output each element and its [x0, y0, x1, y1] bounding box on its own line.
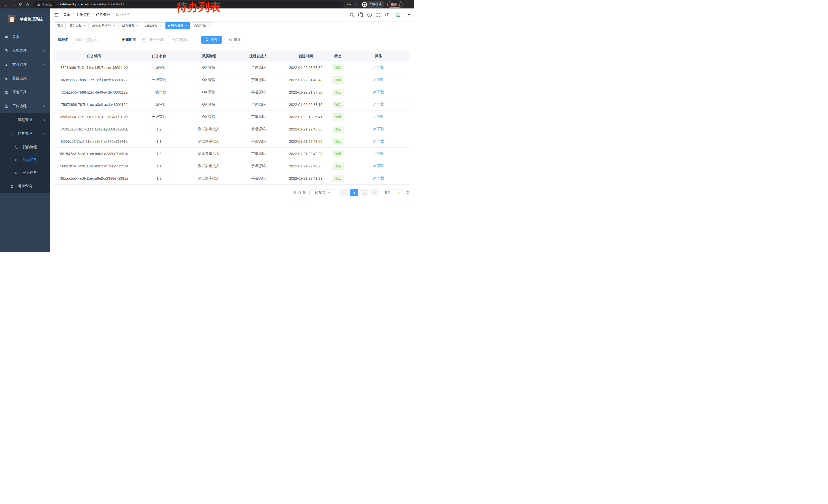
tab-label: 流程表单-编辑: [92, 23, 112, 28]
approve-button[interactable]: 审批: [373, 90, 384, 94]
process-name-input[interactable]: [72, 36, 118, 44]
tab-done-tasks[interactable]: 已办任务 ×: [120, 22, 141, 29]
browser-back-button[interactable]: ←: [3, 1, 10, 8]
security-warning-label[interactable]: 不安全: [42, 2, 52, 7]
github-icon[interactable]: [358, 12, 363, 17]
browser-home-button[interactable]: ⌂: [24, 1, 31, 8]
browser-update-button[interactable]: 更新: [387, 1, 403, 8]
close-icon[interactable]: ×: [136, 24, 139, 28]
pencil-icon: [373, 164, 376, 168]
tab-start-process[interactable]: 发起流程 ×: [67, 22, 88, 29]
next-page-button[interactable]: ›: [371, 189, 379, 196]
back-icon: ←: [4, 2, 8, 7]
tab-process-form-edit[interactable]: 流程表单-编辑 ×: [90, 22, 119, 29]
page-button-2[interactable]: 2: [361, 189, 368, 196]
tab-label: 发起流程: [69, 23, 82, 28]
chevron-down-icon: [328, 192, 330, 193]
sidebar-item-dev-tools[interactable]: 研发工具: [0, 85, 50, 99]
reset-button[interactable]: 重置: [225, 36, 245, 44]
approve-button[interactable]: 审批: [373, 65, 384, 70]
tab-process-detail[interactable]: 流程详情 ×: [192, 22, 213, 29]
active-tab-dot: [168, 25, 170, 27]
sidebar-item-workflow[interactable]: 工作流程: [0, 99, 50, 113]
close-icon[interactable]: ×: [113, 24, 116, 28]
pencil-icon: [373, 152, 376, 155]
sidebar-item-todo-tasks[interactable]: 待办任务: [0, 153, 50, 166]
cell-starter: 芋道源码: [234, 139, 283, 144]
font-size-icon[interactable]: TT: [385, 12, 389, 17]
cell-task-name: 1.2: [134, 127, 184, 131]
close-icon[interactable]: ×: [208, 24, 211, 28]
goto-page-suffix: 页: [406, 190, 410, 195]
not-secure-warning-icon[interactable]: [37, 3, 41, 6]
start-date-input[interactable]: [147, 38, 166, 42]
close-icon[interactable]: ×: [159, 24, 162, 28]
eye-icon: [15, 158, 19, 162]
status-badge: 激活: [332, 101, 344, 108]
sidebar-item-done-tasks[interactable]: 已办任务: [0, 166, 50, 179]
browser-reload-button[interactable]: ↻: [17, 1, 24, 8]
sidebar-item-home[interactable]: 首页: [0, 30, 50, 44]
approve-button[interactable]: 审批: [373, 127, 384, 131]
col-create-time: 创建时间: [283, 54, 328, 58]
cell-task-id: 73211d9d-7b9b-11ec-b5b7-acde48001122: [54, 65, 134, 70]
help-icon[interactable]: ?: [367, 12, 372, 17]
browser-menu-icon[interactable]: [399, 3, 400, 6]
tab-my-process[interactable]: 我的流程 ×: [142, 22, 164, 29]
avatar[interactable]: [393, 10, 403, 20]
approve-button[interactable]: 审批: [373, 78, 384, 82]
range-separator: -: [167, 38, 169, 42]
approve-button[interactable]: 审批: [373, 151, 384, 156]
gear-icon: [4, 49, 8, 53]
page-size-select[interactable]: 10条/页: [309, 189, 335, 196]
cell-task-id: 069c6a63-7b8a-11ec-8ef0-acde48001122: [54, 78, 134, 82]
sidebar-item-task-management[interactable]: 任务管理: [0, 127, 50, 141]
browser-forward-button[interactable]: →: [10, 1, 17, 8]
cell-process: OA 请假: [184, 90, 234, 95]
approve-button[interactable]: 审批: [373, 139, 384, 144]
password-key-icon[interactable]: [347, 2, 351, 7]
app-logo[interactable]: 芋道管理系统: [0, 8, 50, 30]
search-button[interactable]: 搜索: [201, 36, 222, 44]
header-search-icon[interactable]: [349, 12, 354, 17]
sidebar-item-label: 任务管理: [18, 132, 32, 136]
sidebar-item-label: 研发工具: [12, 90, 27, 95]
close-icon[interactable]: ×: [83, 24, 86, 28]
prev-page-button[interactable]: ‹: [340, 189, 348, 196]
col-starter: 流程发起人: [234, 54, 283, 58]
cell-starter: 芋道源码: [234, 127, 283, 132]
date-range-picker[interactable]: -: [139, 36, 198, 44]
sidebar-item-system[interactable]: 系统管理: [0, 44, 50, 58]
breadcrumb-task-management[interactable]: 任务管理: [96, 12, 110, 17]
sidebar-item-my-process[interactable]: 我的流程: [0, 141, 50, 153]
sidebar-collapse-button[interactable]: [54, 12, 59, 17]
breadcrumb-workflow[interactable]: 工作流程: [76, 12, 90, 17]
approve-button[interactable]: 审批: [373, 102, 384, 107]
breadcrumb-current: 待办任务: [116, 12, 130, 17]
breadcrumb-home[interactable]: 首页: [63, 12, 70, 17]
approve-button[interactable]: 审批: [373, 164, 384, 168]
end-date-input[interactable]: [170, 38, 189, 42]
close-icon[interactable]: ×: [185, 24, 188, 28]
goto-page-input[interactable]: [393, 189, 404, 196]
breadcrumb-separator: /: [73, 13, 74, 17]
cell-process: OA 请假: [184, 78, 234, 82]
sidebar-item-payment[interactable]: ¥ 支付管理: [0, 58, 50, 72]
fullscreen-icon[interactable]: [376, 12, 381, 17]
sidebar-item-leave-query[interactable]: 请假查询: [0, 179, 50, 193]
cell-create-time: 2022-01-21 22:42:23: [283, 152, 328, 156]
col-actions: 操作: [347, 54, 410, 58]
table-row: 8f059c03-7ac8-11ec-a9e2-a2380e71991a 1.1…: [54, 135, 410, 148]
tab-todo-tasks[interactable]: 待办任务 ×: [165, 22, 190, 29]
sidebar-item-process-management[interactable]: 流程管理: [0, 113, 50, 127]
approve-button[interactable]: 审批: [373, 176, 384, 180]
tab-home[interactable]: 首页: [55, 22, 66, 29]
tab-label: 流程详情: [194, 23, 206, 28]
approve-button[interactable]: 审批: [373, 114, 384, 119]
bookmark-star-icon[interactable]: ☆: [355, 2, 358, 7]
sidebar-item-infrastructure[interactable]: 基础设施: [0, 72, 50, 85]
avatar-dropdown-caret[interactable]: [408, 14, 410, 16]
page-button-1[interactable]: 1: [350, 189, 358, 196]
dashboard-icon: [4, 35, 8, 39]
cell-process: 测试多审批人: [184, 139, 234, 144]
